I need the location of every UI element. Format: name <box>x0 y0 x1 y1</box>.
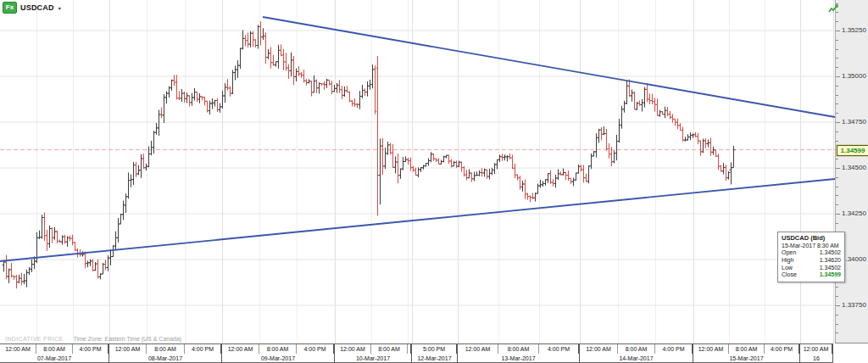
tooltip-title: USDCAD (Bid) <box>782 234 841 242</box>
time-axis-cell: 4:00 PM <box>297 344 335 354</box>
trend-zigzag-icon[interactable] <box>828 2 839 17</box>
time-axis-cell: 12:00 AM <box>0 344 36 354</box>
price-minor-tick <box>836 332 838 333</box>
price-minor-tick <box>836 58 838 59</box>
time-axis-cell: 4:00 PM <box>655 344 693 354</box>
date-axis-cell: 08-Mar-2017 <box>109 354 222 362</box>
date-axis-cell: 14-Mar-2017 <box>580 354 693 362</box>
time-axis-cell: 4:00 PM <box>539 344 580 354</box>
price-axis-label: 1.33750 <box>842 302 866 309</box>
indicative-price-text: INDICATIVE PRICE <box>5 336 64 342</box>
current-price-badge: 1.34599 <box>837 145 868 156</box>
price-axis[interactable]: 1.34599 1.337501.340001.342501.345001.34… <box>835 0 868 343</box>
price-minor-tick <box>836 113 838 114</box>
time-axis-cell: 8:00 AM <box>36 344 73 354</box>
price-minor-tick <box>836 21 838 22</box>
time-axis-cell: 8:00 AM <box>147 344 185 354</box>
tooltip-row: Open1.34502 <box>782 249 841 257</box>
price-axis-label: 1.34250 <box>842 210 866 217</box>
time-axis-cell: 12:00 AM <box>693 344 729 354</box>
time-axis-cell: 4:00 PM <box>73 344 109 354</box>
price-axis-label: 1.34500 <box>842 165 866 171</box>
indicative-price-watermark: INDICATIVE PRICE Time Zone: Eastern Time… <box>5 336 181 342</box>
up-bars <box>3 25 736 287</box>
trendline-support[interactable] <box>0 179 835 261</box>
price-minor-tick <box>836 187 838 187</box>
time-axis-cell: 12:00 AM <box>335 344 371 354</box>
price-minor-tick <box>836 195 838 196</box>
price-axis-label: 1.35250 <box>842 27 866 34</box>
date-axis-cell: 16 <box>800 354 833 362</box>
tooltip-row-value: 1.34502 <box>820 249 841 257</box>
price-minor-tick <box>836 141 838 142</box>
date-axis-cell: 12-Mar-2017 <box>412 354 458 362</box>
symbol-header[interactable]: Fx USDCAD ▾ <box>3 2 61 14</box>
price-major-tick <box>836 122 840 123</box>
tooltip-row-value: 1.34502 <box>820 265 841 272</box>
tooltip-row-value: 1.34599 <box>820 271 841 279</box>
price-minor-tick <box>836 159 838 159</box>
time-axis-cell: 12:00 AM <box>109 344 147 354</box>
price-axis-label: 1.34750 <box>842 119 866 126</box>
price-minor-tick <box>836 67 838 68</box>
price-major-tick <box>836 214 840 215</box>
date-axis[interactable]: 07-Mar-201708-Mar-201709-Mar-201710-Mar-… <box>0 354 833 363</box>
time-axis-cell: 8:00 AM <box>729 344 765 354</box>
chart-window: Fx USDCAD ▾ INDICATIVE PRICE Time Zone: … <box>0 0 868 363</box>
time-axis-cell: 12:00 AM <box>458 344 498 354</box>
symbol-label: USDCAD <box>20 3 54 12</box>
ohlc-chart <box>0 0 835 343</box>
date-axis-cell: 07-Mar-2017 <box>0 354 109 362</box>
time-axis-cell: 8:00 AM <box>371 344 408 354</box>
tooltip-row-label: Open <box>782 249 796 257</box>
time-axis-cell: 5:00 PM <box>412 344 458 354</box>
price-minor-tick <box>836 49 838 50</box>
price-major-tick <box>836 76 840 77</box>
price-minor-tick <box>836 177 838 178</box>
price-minor-tick <box>836 204 838 205</box>
chevron-down-icon[interactable]: ▾ <box>58 5 61 11</box>
price-minor-tick <box>836 103 838 104</box>
price-minor-tick <box>836 324 838 325</box>
timezone-text: Time Zone: Eastern Time (US & Canada) <box>73 336 181 342</box>
ohlc-tooltip: USDCAD (Bid) 15-Mar-2017 8:30 AM Open1.3… <box>777 232 845 282</box>
date-axis-cell: 10-Mar-2017 <box>335 354 412 362</box>
price-major-tick <box>836 305 840 306</box>
time-axis-cell: 8:00 AM <box>498 344 539 354</box>
chart-plot-area[interactable]: Fx USDCAD ▾ INDICATIVE PRICE Time Zone: … <box>0 0 835 343</box>
price-axis-label: 1.34000 <box>842 256 866 263</box>
time-axis-cell: 12:00 AM <box>580 344 618 354</box>
trendline-resistance[interactable] <box>263 17 835 117</box>
price-minor-tick <box>836 296 838 297</box>
tooltip-row: Close1.34599 <box>782 271 841 279</box>
price-minor-tick <box>836 223 838 224</box>
tooltip-row-label: Close <box>782 271 797 279</box>
price-minor-tick <box>836 86 838 87</box>
tooltip-row-label: High <box>782 257 793 265</box>
time-axis-cell: 4:00 PM <box>185 344 222 354</box>
time-axis-cell: 12:00 AM <box>222 344 259 354</box>
price-minor-tick <box>836 40 838 41</box>
time-axis-cell: 12:00 AM <box>800 344 833 354</box>
fx-instrument-icon: Fx <box>3 2 17 14</box>
price-minor-tick <box>836 287 838 288</box>
price-minor-tick <box>836 95 838 96</box>
price-axis-label: 1.35000 <box>842 73 866 80</box>
time-axis-cell: 8:00 AM <box>618 344 655 354</box>
tooltip-row-value: 1.34620 <box>820 257 841 265</box>
price-major-tick <box>836 31 840 31</box>
date-axis-cell: 13-Mar-2017 <box>458 354 580 362</box>
time-axis-cell: 4:00 PM <box>765 344 800 354</box>
price-minor-tick <box>836 131 838 132</box>
price-major-tick <box>836 168 840 169</box>
tooltip-row: Low1.34502 <box>782 265 841 272</box>
tooltip-datetime: 15-Mar-2017 8:30 AM <box>782 243 841 249</box>
date-axis-cell: 09-Mar-2017 <box>222 354 335 362</box>
tooltip-row: High1.34620 <box>782 257 841 265</box>
price-minor-tick <box>836 315 838 316</box>
tooltip-row-label: Low <box>782 265 793 272</box>
time-axis-cell: 8:00 AM <box>259 344 297 354</box>
date-axis-cell: 15-Mar-2017 <box>693 354 800 362</box>
